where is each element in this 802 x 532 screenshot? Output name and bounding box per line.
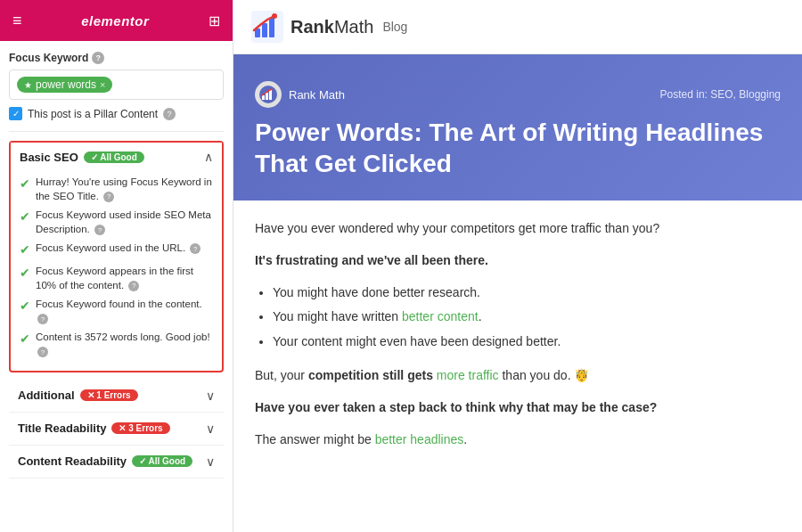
article-hero: Rank Math Posted in: SEO, Blogging Power… bbox=[233, 54, 802, 201]
check-help-icon-1[interactable]: ? bbox=[103, 192, 114, 202]
check-item-6: ✔ Content is 3572 words long. Good job! … bbox=[20, 330, 213, 358]
check-help-icon-2[interactable]: ? bbox=[94, 225, 105, 235]
brand-name: RankMath bbox=[291, 17, 373, 37]
title-readability-title: Title Readability ✕ 3 Errors bbox=[18, 422, 170, 435]
pillar-content-help-icon[interactable]: ? bbox=[163, 108, 176, 120]
sidebar: ≡ elementor ⊞ Focus Keyword ? ★ power wo… bbox=[0, 0, 233, 532]
check-icon-4: ✔ bbox=[20, 265, 30, 282]
basic-seo-checks: ✔ Hurray! You're using Focus Keyword in … bbox=[11, 171, 222, 371]
bullet-item-3: Your content might even have been design… bbox=[273, 331, 781, 353]
check-item-1: ✔ Hurray! You're using Focus Keyword in … bbox=[20, 175, 213, 203]
elementor-logo: elementor bbox=[81, 13, 149, 29]
article-container: Rank Math Posted in: SEO, Blogging Power… bbox=[233, 54, 802, 479]
pillar-content-row: ✓ This post is a Pillar Content ? bbox=[9, 107, 224, 120]
check-text-5: Focus Keyword found in the content. ? bbox=[36, 297, 213, 325]
article-para-5: The answer might be better headlines. bbox=[255, 430, 781, 451]
focus-keyword-section: Focus Keyword ? ★ power words × ✓ This p… bbox=[9, 52, 224, 120]
main-header: RankMath Blog bbox=[233, 0, 802, 54]
check-icon-6: ✔ bbox=[20, 331, 30, 348]
basic-seo-chevron-icon: ∧ bbox=[204, 150, 213, 164]
basic-seo-section: Basic SEO ✓ All Good ∧ ✔ Hurray! You're … bbox=[9, 141, 224, 372]
title-readability-section[interactable]: Title Readability ✕ 3 Errors ∨ bbox=[9, 413, 224, 446]
additional-badge: ✕ 1 Errors bbox=[80, 389, 138, 401]
check-text-4: Focus Keyword appears in the first 10% o… bbox=[36, 264, 213, 292]
article-body: Have you ever wondered why your competit… bbox=[233, 201, 802, 479]
keyword-input-box[interactable]: ★ power words × bbox=[9, 70, 224, 100]
star-icon: ★ bbox=[24, 80, 32, 90]
additional-right: ∨ bbox=[206, 389, 215, 403]
rankmath-logo-icon bbox=[251, 11, 283, 43]
content-readability-title: Content Readability ✓ All Good bbox=[18, 454, 192, 468]
check-icon-3: ✔ bbox=[20, 241, 30, 259]
additional-chevron-icon: ∨ bbox=[206, 389, 215, 403]
better-content-link[interactable]: better content bbox=[402, 309, 479, 323]
hamburger-icon[interactable]: ≡ bbox=[12, 12, 22, 30]
title-readability-right: ∨ bbox=[206, 422, 215, 436]
article-categories: Posted in: SEO, Blogging bbox=[660, 88, 781, 101]
keyword-tag-close-icon[interactable]: × bbox=[100, 79, 105, 90]
check-text-3: Focus Keyword used in the URL. ? bbox=[36, 241, 213, 255]
check-icon-2: ✔ bbox=[20, 209, 30, 226]
basic-seo-title: Basic SEO ✓ All Good bbox=[20, 151, 144, 164]
article-para-4: Have you ever taken a step back to think… bbox=[255, 397, 781, 419]
content-readability-chevron-icon: ∨ bbox=[206, 454, 215, 469]
check-item-2: ✔ Focus Keyword used inside SEO Meta Des… bbox=[20, 208, 213, 236]
focus-keyword-help-icon[interactable]: ? bbox=[92, 52, 104, 64]
sidebar-content: Focus Keyword ? ★ power words × ✓ This p… bbox=[0, 41, 233, 532]
svg-rect-3 bbox=[269, 18, 274, 37]
svg-rect-6 bbox=[262, 95, 265, 100]
additional-section[interactable]: Additional ✕ 1 Errors ∨ bbox=[9, 380, 224, 413]
check-help-icon-4[interactable]: ? bbox=[128, 281, 139, 291]
divider-1 bbox=[9, 131, 224, 132]
article-para-1: Have you ever wondered why your competit… bbox=[255, 218, 781, 240]
check-icon-1: ✔ bbox=[20, 176, 30, 193]
svg-rect-8 bbox=[269, 90, 272, 100]
sidebar-header: ≡ elementor ⊞ bbox=[0, 0, 233, 41]
article-para-3: But, your competition still gets more tr… bbox=[255, 365, 781, 387]
more-traffic-link[interactable]: more traffic bbox=[437, 368, 499, 382]
content-readability-right: ∨ bbox=[206, 454, 215, 469]
better-headlines-link[interactable]: better headlines bbox=[375, 432, 464, 446]
title-readability-chevron-icon: ∨ bbox=[206, 422, 215, 436]
check-help-icon-3[interactable]: ? bbox=[190, 243, 200, 254]
author-avatar bbox=[255, 81, 282, 108]
check-icon-5: ✔ bbox=[20, 298, 30, 315]
title-readability-badge: ✕ 3 Errors bbox=[111, 422, 169, 434]
svg-point-4 bbox=[272, 13, 277, 19]
focus-keyword-label: Focus Keyword ? bbox=[9, 52, 224, 64]
check-text-6: Content is 3572 words long. Good job! ? bbox=[36, 330, 213, 358]
article-para-2: It's frustrating and we've all been ther… bbox=[255, 250, 781, 272]
check-item-5: ✔ Focus Keyword found in the content. ? bbox=[20, 297, 213, 325]
content-readability-section[interactable]: Content Readability ✓ All Good ∨ bbox=[9, 446, 224, 479]
svg-rect-7 bbox=[266, 93, 268, 100]
additional-title: Additional ✕ 1 Errors bbox=[18, 389, 138, 402]
check-text-1: Hurray! You're using Focus Keyword in th… bbox=[36, 175, 213, 203]
check-item-3: ✔ Focus Keyword used in the URL. ? bbox=[20, 241, 213, 259]
basic-seo-header[interactable]: Basic SEO ✓ All Good ∧ bbox=[11, 143, 222, 171]
basic-seo-badge: ✓ All Good bbox=[84, 151, 144, 163]
article-title: Power Words: The Art of Writing Headline… bbox=[255, 117, 781, 179]
article-bullet-list: You might have done better research. You… bbox=[273, 282, 781, 353]
content-readability-badge: ✓ All Good bbox=[132, 455, 192, 467]
article-author: Rank Math bbox=[289, 88, 345, 102]
check-item-4: ✔ Focus Keyword appears in the first 10%… bbox=[20, 264, 213, 292]
check-text-2: Focus Keyword used inside SEO Meta Descr… bbox=[36, 208, 213, 236]
main-content: RankMath Blog Rank Math Post bbox=[233, 0, 802, 532]
pillar-content-checkbox[interactable]: ✓ bbox=[9, 107, 22, 120]
check-help-icon-6[interactable]: ? bbox=[37, 347, 48, 357]
pillar-content-label: This post is a Pillar Content bbox=[28, 108, 158, 120]
check-help-icon-5[interactable]: ? bbox=[37, 314, 48, 324]
svg-rect-2 bbox=[262, 23, 267, 37]
keyword-tag-text: power words bbox=[36, 78, 96, 91]
rankmath-logo: RankMath Blog bbox=[251, 11, 407, 43]
keyword-tag: ★ power words × bbox=[17, 77, 112, 93]
brand-suffix: Blog bbox=[382, 20, 407, 34]
bullet-item-2: You might have written better content. bbox=[273, 307, 781, 328]
article-meta: Rank Math Posted in: SEO, Blogging bbox=[255, 81, 781, 108]
grid-icon[interactable]: ⊞ bbox=[209, 12, 220, 29]
bullet-item-1: You might have done better research. bbox=[273, 282, 781, 304]
